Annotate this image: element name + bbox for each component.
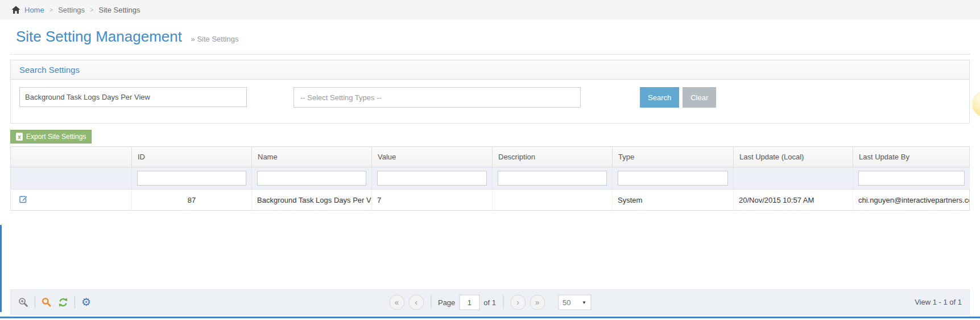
filter-input-type[interactable] — [618, 171, 728, 186]
filter-cell-id — [132, 167, 252, 190]
next-page-button[interactable]: › — [510, 294, 526, 310]
grid-header-row: ID Name Value Description Type Last Upda… — [11, 147, 970, 167]
footer-divider — [35, 296, 35, 309]
search-settings-panel: Search Settings -- Select Setting Types … — [10, 60, 970, 124]
filter-cell-edit — [11, 167, 132, 190]
chevron-down-icon: ▼ — [582, 300, 586, 305]
filter-cell-last-update — [734, 167, 853, 190]
excel-icon: x — [16, 133, 23, 141]
breadcrumb-site-settings: Site Settings — [99, 6, 140, 14]
grid-footer: ⚙ « ‹ Page of 1 › » 50 ▼ View 1 - 1 of 1 — [10, 289, 970, 315]
page-title: Site Setting Management — [16, 28, 182, 45]
filter-cell-description — [493, 167, 613, 190]
setting-type-select-value: -- Select Setting Types -- — [300, 93, 382, 102]
column-header-last-update-by[interactable]: Last Update By — [853, 147, 970, 167]
breadcrumb-home-label: Home — [24, 6, 44, 14]
prev-page-button[interactable]: ‹ — [408, 294, 424, 310]
cell-description — [493, 190, 613, 211]
column-header-name[interactable]: Name — [252, 147, 372, 167]
view-range-info: View 1 - 1 of 1 — [915, 298, 962, 306]
magnifier-plus-icon — [18, 297, 28, 307]
first-page-button[interactable]: « — [389, 294, 404, 310]
cell-last-update-by: chi.nguyen@interactivepartners.com — [853, 190, 970, 211]
cell-name: Background Task Logs Days Per View — [252, 190, 372, 211]
column-header-description[interactable]: Description — [493, 147, 613, 167]
clear-button[interactable]: Clear — [683, 87, 716, 108]
search-button[interactable]: Search — [640, 87, 679, 108]
pagination: « ‹ Page of 1 › » 50 ▼ — [389, 294, 591, 310]
filter-input-value[interactable] — [377, 171, 487, 186]
grid-filter-row — [11, 167, 970, 190]
left-edge-strip — [0, 225, 2, 312]
edit-row-icon[interactable] — [19, 195, 28, 203]
cell-last-update: 20/Nov/2015 10:57 AM — [734, 190, 853, 211]
grid-settings-button[interactable]: ⚙ — [81, 297, 91, 307]
page-of-label: of 1 — [483, 298, 496, 306]
home-icon — [11, 6, 20, 14]
filter-cell-name — [252, 167, 372, 190]
cell-edit — [11, 190, 132, 211]
export-button-label: Export Site Settings — [26, 133, 86, 141]
filter-input-id[interactable] — [137, 171, 246, 186]
breadcrumb: Home > Settings > Site Settings — [0, 0, 980, 19]
cell-type: System — [613, 190, 734, 211]
zoom-search-button[interactable] — [18, 297, 28, 307]
breadcrumb-separator: > — [90, 6, 93, 13]
magnifier-orange-icon — [42, 297, 52, 307]
footer-divider — [75, 296, 75, 309]
page-label: Page — [438, 298, 455, 306]
grid-empty-area — [0, 211, 980, 289]
page-number-input[interactable] — [459, 294, 479, 310]
setting-name-input[interactable] — [19, 87, 247, 107]
column-header-type[interactable]: Type — [613, 147, 734, 167]
floating-help-bubble[interactable] — [972, 91, 980, 117]
search-panel-body: -- Select Setting Types -- Search Clear — [11, 80, 969, 123]
search-panel-title: Search Settings — [11, 60, 969, 80]
column-header-last-update[interactable]: Last Update (Local) — [734, 147, 853, 167]
cell-id: 87 — [132, 190, 252, 211]
cell-value: 7 — [372, 190, 493, 211]
pager-divider — [431, 296, 431, 309]
gear-icon: ⚙ — [81, 297, 91, 307]
page-subtitle: » Site Settings — [191, 35, 239, 43]
filter-cell-value — [372, 167, 493, 190]
export-site-settings-button[interactable]: x Export Site Settings — [10, 130, 92, 143]
find-button[interactable] — [42, 297, 52, 307]
breadcrumb-home-link[interactable]: Home — [11, 6, 44, 14]
page-size-value: 50 — [563, 298, 570, 306]
filter-input-description[interactable] — [498, 171, 607, 186]
filter-cell-type — [613, 167, 734, 190]
refresh-icon — [58, 297, 68, 307]
setting-type-select[interactable]: -- Select Setting Types -- — [293, 87, 581, 108]
column-header-value[interactable]: Value — [372, 147, 493, 167]
breadcrumb-settings[interactable]: Settings — [58, 6, 85, 14]
site-settings-grid: ID Name Value Description Type Last Upda… — [10, 146, 970, 211]
column-header-id[interactable]: ID — [132, 147, 252, 167]
bottom-edge-line — [0, 317, 980, 318]
filter-input-name[interactable] — [257, 171, 366, 186]
grid-footer-tools: ⚙ — [18, 296, 91, 309]
pager-divider — [503, 296, 503, 309]
filter-cell-last-update-by — [853, 167, 970, 190]
column-header-edit — [11, 147, 132, 167]
refresh-button[interactable] — [58, 297, 68, 307]
last-page-button[interactable]: » — [530, 294, 545, 310]
table-row: 87 Background Task Logs Days Per View 7 … — [11, 190, 970, 211]
filter-input-last-update-by[interactable] — [858, 171, 965, 186]
breadcrumb-separator: > — [49, 6, 53, 13]
page-size-select[interactable]: 50 ▼ — [558, 294, 591, 310]
header-divider — [10, 54, 970, 55]
page-header: Site Setting Management » Site Settings — [0, 19, 980, 46]
